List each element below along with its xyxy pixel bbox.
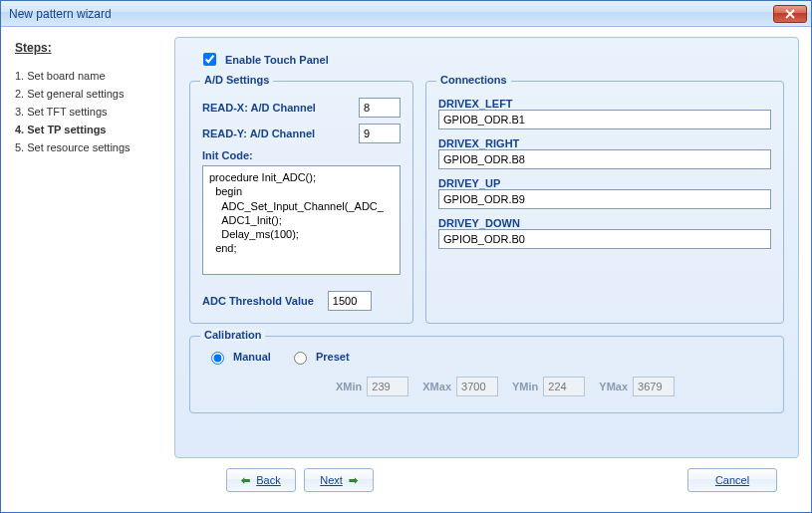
connections-legend: Connections [436, 74, 511, 86]
init-code-textarea[interactable] [202, 165, 401, 275]
close-button[interactable] [773, 5, 807, 23]
window-title: New pattern wizard [9, 7, 112, 21]
preset-text: Preset [316, 351, 350, 363]
preset-radio-label[interactable]: Preset [289, 349, 350, 365]
steps-title: Steps: [15, 41, 160, 55]
calibration-group: Calibration Manual Preset XMin XM [189, 336, 784, 413]
next-button[interactable]: Next ➡ [304, 468, 374, 492]
ymax-input [633, 377, 675, 396]
manual-radio[interactable] [211, 352, 224, 365]
next-label: Next [320, 474, 343, 486]
close-icon [785, 9, 795, 19]
drivex-right-label: DRIVEX_RIGHT [438, 137, 771, 149]
xmin-label: XMin [336, 381, 362, 392]
step-2[interactable]: 2. Set general settings [15, 85, 160, 103]
back-button[interactable]: ⬅ Back [226, 468, 296, 492]
body: Steps: 1. Set board name 2. Set general … [1, 27, 811, 512]
cancel-label: Cancel [715, 474, 749, 486]
steps-sidebar: Steps: 1. Set board name 2. Set general … [1, 27, 170, 512]
xmax-label: XMax [422, 381, 451, 392]
wizard-window: New pattern wizard Steps: 1. Set board n… [0, 0, 812, 513]
drivex-right-input[interactable] [438, 149, 771, 169]
step-3[interactable]: 3. Set TFT settings [15, 103, 160, 121]
calibration-legend: Calibration [200, 329, 265, 341]
connections-group: Connections DRIVEX_LEFT DRIVEX_RIGHT DRI… [425, 81, 784, 324]
threshold-input[interactable] [328, 291, 372, 311]
enable-touch-row: Enable Touch Panel [199, 50, 784, 69]
ymin-input [543, 377, 585, 396]
step-5[interactable]: 5. Set resource settings [15, 138, 160, 156]
ready-label: READ-Y: A/D Channel [202, 128, 351, 139]
drivey-up-input[interactable] [438, 189, 771, 209]
drivex-left-label: DRIVEX_LEFT [438, 98, 771, 110]
main-area: Enable Touch Panel A/D Settings READ-X: … [170, 27, 811, 512]
preset-fields: XMin XMax YMin YMax [336, 377, 767, 396]
back-label: Back [256, 474, 280, 486]
drivex-left-input[interactable] [438, 110, 771, 129]
enable-touch-checkbox[interactable] [203, 53, 216, 66]
ymax-label: YMax [599, 381, 628, 392]
settings-panel: Enable Touch Panel A/D Settings READ-X: … [174, 37, 799, 458]
manual-radio-label[interactable]: Manual [206, 349, 271, 365]
preset-radio[interactable] [294, 352, 307, 365]
titlebar: New pattern wizard [1, 1, 811, 27]
drivey-down-label: DRIVEY_DOWN [438, 217, 771, 229]
cancel-button[interactable]: Cancel [687, 468, 777, 492]
ad-legend: A/D Settings [200, 74, 273, 86]
arrow-left-icon: ⬅ [241, 474, 250, 487]
readx-label: READ-X: A/D Channel [202, 102, 351, 114]
ymin-label: YMin [512, 381, 538, 392]
drivey-down-input[interactable] [438, 229, 771, 249]
ad-settings-group: A/D Settings READ-X: A/D Channel READ-Y:… [189, 81, 413, 324]
xmax-input [456, 377, 498, 396]
init-code-label: Init Code: [202, 149, 401, 161]
ready-input[interactable] [359, 124, 401, 143]
step-1[interactable]: 1. Set board name [15, 67, 160, 85]
drivey-up-label: DRIVEY_UP [438, 177, 771, 189]
manual-text: Manual [233, 351, 271, 363]
step-4[interactable]: 4. Set TP settings [15, 121, 160, 138]
xmin-input [367, 377, 408, 396]
enable-touch-label: Enable Touch Panel [225, 54, 329, 66]
button-bar: ⬅ Back Next ➡ Cancel [174, 458, 799, 502]
arrow-right-icon: ➡ [349, 474, 358, 487]
readx-input[interactable] [359, 98, 401, 118]
threshold-label: ADC Threshold Value [202, 295, 314, 307]
